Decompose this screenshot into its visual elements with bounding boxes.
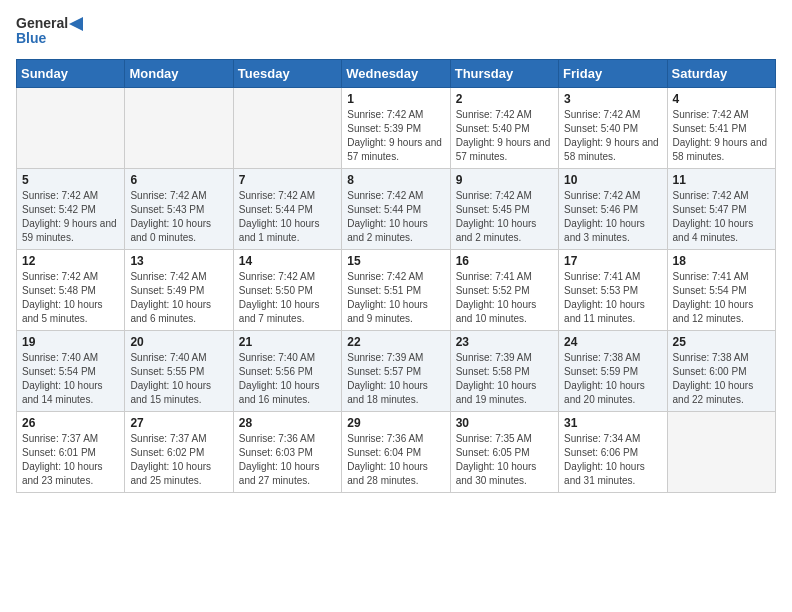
day-info: Sunrise: 7:39 AMSunset: 5:57 PMDaylight:… xyxy=(347,351,444,407)
calendar-week-row: 5Sunrise: 7:42 AMSunset: 5:42 PMDaylight… xyxy=(17,168,776,249)
calendar-cell: 8Sunrise: 7:42 AMSunset: 5:44 PMDaylight… xyxy=(342,168,450,249)
day-number: 23 xyxy=(456,335,553,349)
day-number: 27 xyxy=(130,416,227,430)
day-number: 2 xyxy=(456,92,553,106)
weekday-header-row: SundayMondayTuesdayWednesdayThursdayFrid… xyxy=(17,59,776,87)
day-number: 31 xyxy=(564,416,661,430)
calendar-cell: 16Sunrise: 7:41 AMSunset: 5:52 PMDayligh… xyxy=(450,249,558,330)
day-info: Sunrise: 7:39 AMSunset: 5:58 PMDaylight:… xyxy=(456,351,553,407)
day-number: 18 xyxy=(673,254,770,268)
calendar-cell: 9Sunrise: 7:42 AMSunset: 5:45 PMDaylight… xyxy=(450,168,558,249)
day-info: Sunrise: 7:42 AMSunset: 5:44 PMDaylight:… xyxy=(239,189,336,245)
day-info: Sunrise: 7:40 AMSunset: 5:56 PMDaylight:… xyxy=(239,351,336,407)
calendar-cell: 10Sunrise: 7:42 AMSunset: 5:46 PMDayligh… xyxy=(559,168,667,249)
day-info: Sunrise: 7:35 AMSunset: 6:05 PMDaylight:… xyxy=(456,432,553,488)
calendar-cell xyxy=(667,411,775,492)
calendar-cell: 13Sunrise: 7:42 AMSunset: 5:49 PMDayligh… xyxy=(125,249,233,330)
day-number: 4 xyxy=(673,92,770,106)
calendar-cell: 12Sunrise: 7:42 AMSunset: 5:48 PMDayligh… xyxy=(17,249,125,330)
day-info: Sunrise: 7:42 AMSunset: 5:41 PMDaylight:… xyxy=(673,108,770,164)
day-number: 6 xyxy=(130,173,227,187)
calendar-cell: 3Sunrise: 7:42 AMSunset: 5:40 PMDaylight… xyxy=(559,87,667,168)
calendar-cell: 29Sunrise: 7:36 AMSunset: 6:04 PMDayligh… xyxy=(342,411,450,492)
calendar-week-row: 12Sunrise: 7:42 AMSunset: 5:48 PMDayligh… xyxy=(17,249,776,330)
day-info: Sunrise: 7:42 AMSunset: 5:45 PMDaylight:… xyxy=(456,189,553,245)
day-number: 11 xyxy=(673,173,770,187)
weekday-header-monday: Monday xyxy=(125,59,233,87)
logo: GeneralBlue xyxy=(16,16,84,47)
page-header: GeneralBlue xyxy=(16,16,776,47)
day-info: Sunrise: 7:41 AMSunset: 5:53 PMDaylight:… xyxy=(564,270,661,326)
calendar-week-row: 26Sunrise: 7:37 AMSunset: 6:01 PMDayligh… xyxy=(17,411,776,492)
calendar-cell: 14Sunrise: 7:42 AMSunset: 5:50 PMDayligh… xyxy=(233,249,341,330)
day-number: 25 xyxy=(673,335,770,349)
day-info: Sunrise: 7:42 AMSunset: 5:51 PMDaylight:… xyxy=(347,270,444,326)
logo-text: GeneralBlue xyxy=(16,16,84,47)
day-number: 12 xyxy=(22,254,119,268)
day-number: 19 xyxy=(22,335,119,349)
calendar-cell: 15Sunrise: 7:42 AMSunset: 5:51 PMDayligh… xyxy=(342,249,450,330)
day-info: Sunrise: 7:42 AMSunset: 5:40 PMDaylight:… xyxy=(456,108,553,164)
day-number: 20 xyxy=(130,335,227,349)
calendar-cell: 20Sunrise: 7:40 AMSunset: 5:55 PMDayligh… xyxy=(125,330,233,411)
day-info: Sunrise: 7:36 AMSunset: 6:03 PMDaylight:… xyxy=(239,432,336,488)
calendar-cell: 21Sunrise: 7:40 AMSunset: 5:56 PMDayligh… xyxy=(233,330,341,411)
day-info: Sunrise: 7:40 AMSunset: 5:55 PMDaylight:… xyxy=(130,351,227,407)
calendar-cell: 1Sunrise: 7:42 AMSunset: 5:39 PMDaylight… xyxy=(342,87,450,168)
calendar-cell xyxy=(17,87,125,168)
day-number: 3 xyxy=(564,92,661,106)
weekday-header-friday: Friday xyxy=(559,59,667,87)
calendar-cell xyxy=(125,87,233,168)
day-info: Sunrise: 7:42 AMSunset: 5:50 PMDaylight:… xyxy=(239,270,336,326)
day-number: 16 xyxy=(456,254,553,268)
day-info: Sunrise: 7:42 AMSunset: 5:49 PMDaylight:… xyxy=(130,270,227,326)
day-number: 28 xyxy=(239,416,336,430)
day-info: Sunrise: 7:42 AMSunset: 5:40 PMDaylight:… xyxy=(564,108,661,164)
day-number: 24 xyxy=(564,335,661,349)
calendar-week-row: 1Sunrise: 7:42 AMSunset: 5:39 PMDaylight… xyxy=(17,87,776,168)
calendar-cell: 30Sunrise: 7:35 AMSunset: 6:05 PMDayligh… xyxy=(450,411,558,492)
calendar-cell: 31Sunrise: 7:34 AMSunset: 6:06 PMDayligh… xyxy=(559,411,667,492)
calendar-week-row: 19Sunrise: 7:40 AMSunset: 5:54 PMDayligh… xyxy=(17,330,776,411)
day-info: Sunrise: 7:34 AMSunset: 6:06 PMDaylight:… xyxy=(564,432,661,488)
calendar-cell: 24Sunrise: 7:38 AMSunset: 5:59 PMDayligh… xyxy=(559,330,667,411)
day-number: 5 xyxy=(22,173,119,187)
calendar-cell: 2Sunrise: 7:42 AMSunset: 5:40 PMDaylight… xyxy=(450,87,558,168)
day-info: Sunrise: 7:38 AMSunset: 5:59 PMDaylight:… xyxy=(564,351,661,407)
calendar-cell: 25Sunrise: 7:38 AMSunset: 6:00 PMDayligh… xyxy=(667,330,775,411)
day-info: Sunrise: 7:42 AMSunset: 5:48 PMDaylight:… xyxy=(22,270,119,326)
weekday-header-saturday: Saturday xyxy=(667,59,775,87)
calendar-cell: 6Sunrise: 7:42 AMSunset: 5:43 PMDaylight… xyxy=(125,168,233,249)
calendar-cell: 19Sunrise: 7:40 AMSunset: 5:54 PMDayligh… xyxy=(17,330,125,411)
day-info: Sunrise: 7:37 AMSunset: 6:02 PMDaylight:… xyxy=(130,432,227,488)
day-info: Sunrise: 7:42 AMSunset: 5:42 PMDaylight:… xyxy=(22,189,119,245)
day-number: 10 xyxy=(564,173,661,187)
calendar-cell: 22Sunrise: 7:39 AMSunset: 5:57 PMDayligh… xyxy=(342,330,450,411)
calendar-cell: 27Sunrise: 7:37 AMSunset: 6:02 PMDayligh… xyxy=(125,411,233,492)
day-number: 29 xyxy=(347,416,444,430)
day-info: Sunrise: 7:42 AMSunset: 5:47 PMDaylight:… xyxy=(673,189,770,245)
calendar-cell: 5Sunrise: 7:42 AMSunset: 5:42 PMDaylight… xyxy=(17,168,125,249)
calendar-cell: 23Sunrise: 7:39 AMSunset: 5:58 PMDayligh… xyxy=(450,330,558,411)
day-number: 14 xyxy=(239,254,336,268)
day-info: Sunrise: 7:42 AMSunset: 5:39 PMDaylight:… xyxy=(347,108,444,164)
day-number: 7 xyxy=(239,173,336,187)
day-info: Sunrise: 7:42 AMSunset: 5:46 PMDaylight:… xyxy=(564,189,661,245)
day-number: 26 xyxy=(22,416,119,430)
day-info: Sunrise: 7:37 AMSunset: 6:01 PMDaylight:… xyxy=(22,432,119,488)
calendar-cell: 4Sunrise: 7:42 AMSunset: 5:41 PMDaylight… xyxy=(667,87,775,168)
weekday-header-wednesday: Wednesday xyxy=(342,59,450,87)
calendar-cell: 26Sunrise: 7:37 AMSunset: 6:01 PMDayligh… xyxy=(17,411,125,492)
day-number: 8 xyxy=(347,173,444,187)
day-info: Sunrise: 7:41 AMSunset: 5:52 PMDaylight:… xyxy=(456,270,553,326)
day-number: 1 xyxy=(347,92,444,106)
calendar-cell: 11Sunrise: 7:42 AMSunset: 5:47 PMDayligh… xyxy=(667,168,775,249)
day-info: Sunrise: 7:42 AMSunset: 5:43 PMDaylight:… xyxy=(130,189,227,245)
calendar-cell: 28Sunrise: 7:36 AMSunset: 6:03 PMDayligh… xyxy=(233,411,341,492)
day-info: Sunrise: 7:42 AMSunset: 5:44 PMDaylight:… xyxy=(347,189,444,245)
weekday-header-thursday: Thursday xyxy=(450,59,558,87)
calendar-table: SundayMondayTuesdayWednesdayThursdayFrid… xyxy=(16,59,776,493)
weekday-header-sunday: Sunday xyxy=(17,59,125,87)
day-info: Sunrise: 7:41 AMSunset: 5:54 PMDaylight:… xyxy=(673,270,770,326)
calendar-cell xyxy=(233,87,341,168)
